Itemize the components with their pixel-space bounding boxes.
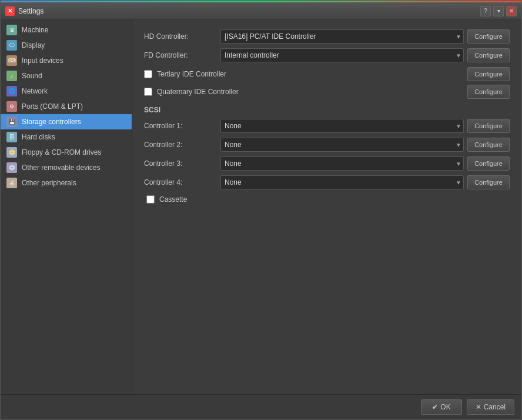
titlebar: ✕ Settings ? ▾ ✕ <box>1 2 521 20</box>
scsi-controller-3-row: Controller 3: None ▼ Configure <box>144 156 510 171</box>
sidebar-item-input-devices[interactable]: ⌨ Input devices <box>1 53 132 68</box>
tertiary-ide-check-group: Tertiary IDE Controller <box>144 70 464 78</box>
ok-label: OK <box>440 403 450 411</box>
cassette-checkbox[interactable] <box>146 195 155 204</box>
scsi-controller-2-label: Controller 2: <box>144 141 220 149</box>
scsi-controller-3-select-wrapper: None ▼ <box>220 156 464 171</box>
sidebar-item-hard-disks[interactable]: 🗄 Hard disks <box>1 129 132 145</box>
bottom-bar: ✔ OK ✕ Cancel <box>1 394 521 419</box>
fd-controller-select[interactable]: Internal controller None <box>220 48 464 62</box>
scsi-controller-2-select[interactable]: None <box>220 138 464 152</box>
peripherals-icon: 🖨 <box>6 178 17 188</box>
storage-icon: 💾 <box>6 116 17 127</box>
fd-controller-configure-button[interactable]: Configure <box>467 48 510 62</box>
fd-controller-row: FD Controller: Internal controller None … <box>144 48 510 62</box>
sound-icon: ♪ <box>6 71 17 81</box>
quaternary-ide-checkbox[interactable] <box>144 88 152 96</box>
scsi-controller-4-configure-button[interactable]: Configure <box>467 175 510 189</box>
sidebar-label-peripherals: Other peripherals <box>22 179 76 187</box>
app-icon: ✕ <box>5 6 15 16</box>
sidebar-item-ports[interactable]: ⚙ Ports (COM & LPT) <box>1 99 132 114</box>
scsi-controller-4-label: Controller 4: <box>144 178 220 186</box>
scsi-controller-1-select-wrapper: None ▼ <box>220 119 464 133</box>
scsi-controller-2-group: None ▼ Configure <box>220 138 510 152</box>
sidebar-item-other-peripherals[interactable]: 🖨 Other peripherals <box>1 175 132 191</box>
tertiary-ide-configure-button[interactable]: Configure <box>467 67 510 81</box>
fd-controller-select-wrapper: Internal controller None ▼ <box>220 48 464 62</box>
sidebar-item-other-removable[interactable]: 💿 Other removable devices <box>1 160 132 175</box>
quaternary-ide-label: Quaternary IDE Controller <box>157 88 239 96</box>
sidebar-item-display[interactable]: 🖵 Display <box>1 38 132 53</box>
hd-controller-select[interactable]: [ISA16] PC/AT IDE Controller None <box>220 29 464 44</box>
scsi-controller-2-configure-button[interactable]: Configure <box>467 138 510 152</box>
tertiary-ide-checkbox[interactable] <box>144 70 152 78</box>
main-content: 🖥 Machine 🖵 Display ⌨ Input devices ♪ So… <box>1 20 521 394</box>
ok-icon: ✔ <box>432 403 438 411</box>
settings-dialog: ✕ Settings ? ▾ ✕ 🖥 Machine 🖵 Display ⌨ I… <box>0 0 522 420</box>
sidebar-label-hdd: Hard disks <box>22 133 55 141</box>
close-button[interactable]: ✕ <box>506 6 517 16</box>
scsi-controller-4-select-wrapper: None ▼ <box>220 175 464 189</box>
scsi-controller-1-configure-button[interactable]: Configure <box>467 119 510 133</box>
quaternary-ide-row: Quaternary IDE Controller Configure <box>144 85 510 99</box>
cancel-button[interactable]: ✕ Cancel <box>467 399 514 415</box>
titlebar-left: ✕ Settings <box>5 6 44 16</box>
scsi-controller-3-label: Controller 3: <box>144 159 220 168</box>
sidebar-label-sound: Sound <box>22 72 42 80</box>
display-icon: 🖵 <box>6 40 17 51</box>
minimize-button[interactable]: ▾ <box>493 6 504 16</box>
hd-controller-control-group: [ISA16] PC/AT IDE Controller None ▼ Conf… <box>220 29 510 44</box>
scsi-controller-3-select[interactable]: None <box>220 156 464 171</box>
sidebar-label-machine: Machine <box>22 26 48 34</box>
scsi-controller-3-configure-button[interactable]: Configure <box>467 156 510 171</box>
scsi-section-header: SCSI <box>144 106 510 114</box>
sidebar-label-network: Network <box>22 87 48 95</box>
hd-controller-select-wrapper: [ISA16] PC/AT IDE Controller None ▼ <box>220 29 464 44</box>
cassette-row: Cassette <box>144 195 510 204</box>
cancel-label: Cancel <box>484 403 506 411</box>
cassette-label: Cassette <box>159 195 187 204</box>
sidebar-item-sound[interactable]: ♪ Sound <box>1 68 132 84</box>
content-panel: HD Controller: [ISA16] PC/AT IDE Control… <box>132 20 521 394</box>
quaternary-ide-configure-button[interactable]: Configure <box>467 85 510 99</box>
scsi-controller-3-group: None ▼ Configure <box>220 156 510 171</box>
hdd-icon: 🗄 <box>6 132 17 142</box>
scsi-controller-1-label: Controller 1: <box>144 122 220 130</box>
titlebar-controls: ? ▾ ✕ <box>480 6 517 16</box>
input-icon: ⌨ <box>6 55 17 66</box>
dialog-title: Settings <box>18 7 44 15</box>
scsi-controller-4-select[interactable]: None <box>220 175 464 189</box>
tertiary-ide-row: Tertiary IDE Controller Configure <box>144 67 510 81</box>
sidebar-label-ports: Ports (COM & LPT) <box>22 102 83 111</box>
floppy-icon: 📀 <box>6 147 17 158</box>
machine-icon: 🖥 <box>6 25 17 35</box>
scsi-controller-2-row: Controller 2: None ▼ Configure <box>144 138 510 152</box>
fd-controller-label: FD Controller: <box>144 51 220 59</box>
network-icon: 🌐 <box>6 86 17 96</box>
removable-icon: 💿 <box>6 162 17 173</box>
sidebar-label-storage: Storage controllers <box>22 118 81 126</box>
sidebar-item-machine[interactable]: 🖥 Machine <box>1 22 132 38</box>
fd-controller-control-group: Internal controller None ▼ Configure <box>220 48 510 62</box>
scsi-controller-2-select-wrapper: None ▼ <box>220 138 464 152</box>
help-button[interactable]: ? <box>480 6 491 16</box>
hd-controller-configure-button[interactable]: Configure <box>467 29 510 44</box>
ok-button[interactable]: ✔ OK <box>421 399 461 415</box>
sidebar-item-floppy-cd[interactable]: 📀 Floppy & CD-ROM drives <box>1 145 132 160</box>
cancel-icon: ✕ <box>476 403 481 411</box>
sidebar-item-storage-controllers[interactable]: 💾 Storage controllers <box>1 114 132 129</box>
scsi-controller-4-row: Controller 4: None ▼ Configure <box>144 175 510 189</box>
sidebar-label-input: Input devices <box>22 56 63 65</box>
hd-controller-row: HD Controller: [ISA16] PC/AT IDE Control… <box>144 29 510 44</box>
ports-icon: ⚙ <box>6 101 17 112</box>
scsi-controller-1-row: Controller 1: None ▼ Configure <box>144 119 510 133</box>
hd-controller-label: HD Controller: <box>144 32 220 41</box>
sidebar-label-floppy: Floppy & CD-ROM drives <box>22 148 101 156</box>
sidebar-item-network[interactable]: 🌐 Network <box>1 84 132 99</box>
scsi-controller-1-select[interactable]: None <box>220 119 464 133</box>
scsi-controller-4-group: None ▼ Configure <box>220 175 510 189</box>
sidebar: 🖥 Machine 🖵 Display ⌨ Input devices ♪ So… <box>1 20 132 394</box>
quaternary-ide-check-group: Quaternary IDE Controller <box>144 88 464 96</box>
tertiary-ide-label: Tertiary IDE Controller <box>157 70 226 78</box>
sidebar-label-removable: Other removable devices <box>22 164 100 172</box>
